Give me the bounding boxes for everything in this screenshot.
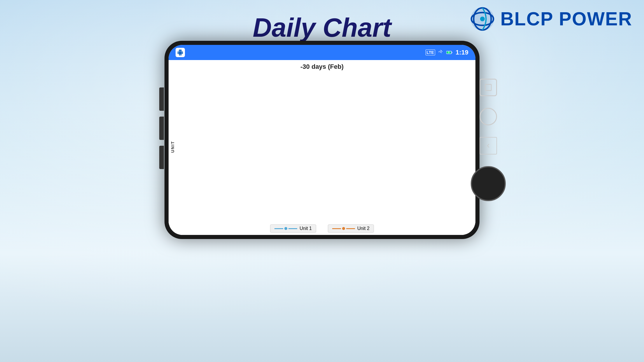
svg-text:10,000: 10,000 xyxy=(185,113,196,117)
legend-unit1-label: Unit 1 xyxy=(300,226,312,231)
svg-point-124 xyxy=(353,196,356,199)
svg-rect-103 xyxy=(433,91,437,95)
blcp-logo-icon xyxy=(469,6,496,32)
svg-rect-5 xyxy=(452,52,452,53)
legend-unit2-label: Unit 2 xyxy=(357,226,370,231)
svg-text:2019-01-07: 2019-01-07 xyxy=(246,200,249,214)
svg-point-125 xyxy=(362,196,365,199)
svg-point-113 xyxy=(255,133,258,136)
phone-screen: LTE 1:19 -30 days (Feb) UNIT xyxy=(169,45,475,235)
svg-point-122 xyxy=(335,133,338,136)
svg-text:2019-01-13: 2019-01-13 xyxy=(300,200,303,214)
chart-svg: 0500010,00015,0002019-01-022019-01-03201… xyxy=(177,72,470,222)
svg-rect-81 xyxy=(236,91,240,95)
svg-text:2019-01-09: 2019-01-09 xyxy=(265,200,267,214)
legend-unit1-line xyxy=(274,227,297,230)
svg-point-118 xyxy=(299,133,302,136)
svg-rect-78 xyxy=(209,152,213,157)
circle-button[interactable] xyxy=(480,108,497,125)
svg-point-129 xyxy=(398,196,401,199)
svg-rect-137 xyxy=(485,85,491,91)
svg-point-119 xyxy=(308,133,311,136)
status-left xyxy=(176,48,185,57)
svg-text:2019-01-16: 2019-01-16 xyxy=(327,200,330,214)
status-bar: LTE 1:19 xyxy=(169,45,475,60)
lte-badge: LTE xyxy=(426,50,435,55)
svg-text:2019-01-02: 2019-01-02 xyxy=(202,200,204,214)
svg-text:2019-01-22: 2019-01-22 xyxy=(381,200,384,214)
svg-point-112 xyxy=(246,133,249,136)
svg-point-126 xyxy=(371,196,374,199)
svg-text:0: 0 xyxy=(194,195,196,199)
svg-rect-83 xyxy=(254,91,258,95)
chart-area: UNIT 0500010,00015,0002019-01-022019-01-… xyxy=(169,72,475,222)
svg-text:2019-01-25: 2019-01-25 xyxy=(408,200,411,214)
svg-rect-80 xyxy=(227,91,231,95)
svg-rect-102 xyxy=(424,152,428,157)
y-axis-label: UNIT xyxy=(169,72,177,222)
svg-text:2019-01-06: 2019-01-06 xyxy=(237,200,240,214)
svg-point-114 xyxy=(264,133,267,136)
svg-rect-94 xyxy=(353,152,357,157)
svg-text:2019-01-19: 2019-01-19 xyxy=(354,200,357,214)
svg-rect-79 xyxy=(218,91,222,95)
svg-rect-96 xyxy=(370,152,374,157)
svg-rect-86 xyxy=(281,91,285,95)
svg-rect-100 xyxy=(406,152,410,157)
svg-text:5000: 5000 xyxy=(188,154,196,158)
svg-point-107 xyxy=(201,196,204,199)
svg-text:2019-01-11: 2019-01-11 xyxy=(282,200,285,214)
svg-text:15,000: 15,000 xyxy=(185,72,196,76)
svg-point-120 xyxy=(317,133,320,136)
unit1-line-seg2 xyxy=(288,228,297,229)
svg-text:2019-01-03: 2019-01-03 xyxy=(211,200,214,214)
svg-point-3 xyxy=(480,17,485,21)
svg-point-130 xyxy=(407,196,410,199)
svg-point-121 xyxy=(326,133,329,136)
svg-text:2019-01-29: 2019-01-29 xyxy=(444,200,447,214)
back-icon xyxy=(485,142,492,149)
svg-text:2019-01-04: 2019-01-04 xyxy=(220,200,223,214)
svg-point-133 xyxy=(434,133,437,136)
svg-text:2019-01-17: 2019-01-17 xyxy=(336,200,339,214)
logo-area: BLCP POWER xyxy=(469,6,632,32)
svg-text:2019-01-15: 2019-01-15 xyxy=(318,200,321,214)
svg-point-134 xyxy=(443,133,446,136)
unit1-line-seg xyxy=(274,228,283,229)
svg-rect-93 xyxy=(344,91,348,95)
svg-point-128 xyxy=(389,196,392,199)
svg-rect-85 xyxy=(272,91,276,95)
svg-point-109 xyxy=(219,133,222,136)
svg-point-127 xyxy=(380,196,383,199)
logo-text: BLCP POWER xyxy=(500,8,632,30)
svg-text:2019-01-14: 2019-01-14 xyxy=(309,200,312,214)
unit1-dot xyxy=(284,227,287,230)
back-button[interactable] xyxy=(480,137,497,154)
svg-text:2019-01-30: 2019-01-30 xyxy=(453,200,456,214)
chart-container: -30 days (Feb) UNIT 0500010,00015,000201… xyxy=(169,60,475,235)
svg-point-136 xyxy=(461,161,464,164)
svg-text:2019-01-18: 2019-01-18 xyxy=(345,200,348,214)
svg-text:2019-01-28: 2019-01-28 xyxy=(435,200,438,214)
legend-unit2-line xyxy=(332,227,355,230)
svg-rect-89 xyxy=(308,91,312,95)
svg-text:2019-01-24: 2019-01-24 xyxy=(399,200,402,214)
square-button[interactable] xyxy=(480,79,497,96)
svg-text:2019-01-27: 2019-01-27 xyxy=(426,200,429,214)
svg-rect-84 xyxy=(263,91,267,95)
svg-point-110 xyxy=(228,133,231,136)
svg-rect-101 xyxy=(415,152,419,157)
android-icon xyxy=(176,48,185,57)
svg-rect-90 xyxy=(317,91,321,95)
home-button[interactable] xyxy=(471,166,506,201)
svg-point-108 xyxy=(210,196,213,199)
phone-frame: LTE 1:19 -30 days (Feb) UNIT xyxy=(164,41,480,239)
svg-point-131 xyxy=(416,196,419,199)
svg-text:2019-01-20: 2019-01-20 xyxy=(363,200,366,214)
svg-rect-104 xyxy=(442,91,446,95)
svg-rect-98 xyxy=(388,152,393,157)
svg-text:2019-01-12: 2019-01-12 xyxy=(291,200,294,214)
svg-text:2019-01-21: 2019-01-21 xyxy=(372,200,375,214)
svg-point-135 xyxy=(452,161,455,164)
svg-text:2019-01-08: 2019-01-08 xyxy=(256,200,258,214)
